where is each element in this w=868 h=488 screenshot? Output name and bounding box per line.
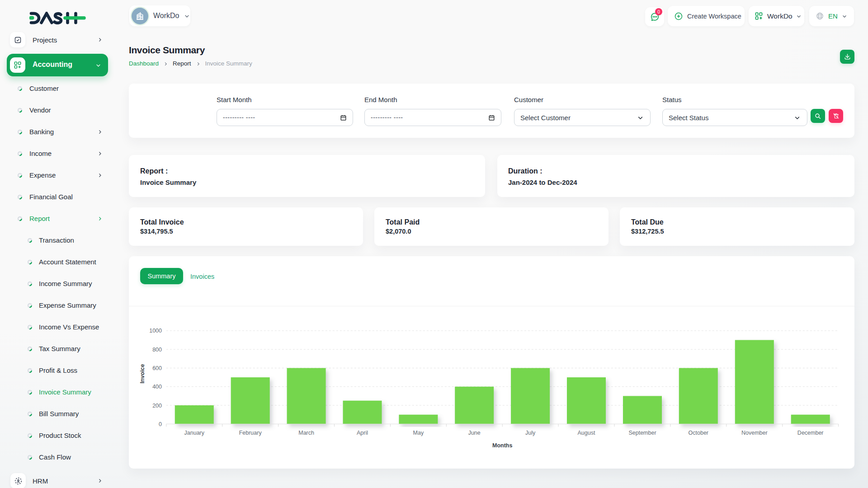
svg-text:August: August — [578, 430, 595, 436]
svg-text:October: October — [689, 430, 708, 436]
svg-text:July: July — [525, 430, 536, 436]
svg-text:April: April — [357, 430, 368, 436]
svg-text:June: June — [468, 430, 481, 436]
svg-text:March: March — [298, 430, 314, 436]
svg-text:December: December — [797, 430, 824, 436]
svg-text:1000: 1000 — [149, 328, 162, 334]
svg-text:Months: Months — [492, 442, 512, 449]
svg-text:0: 0 — [159, 421, 162, 427]
svg-text:Invoice: Invoice — [139, 364, 146, 383]
svg-text:February: February — [239, 430, 262, 436]
svg-text:800: 800 — [152, 347, 162, 353]
svg-text:May: May — [413, 430, 424, 436]
svg-text:November: November — [741, 430, 768, 436]
svg-text:September: September — [628, 430, 656, 436]
svg-text:200: 200 — [152, 403, 162, 409]
svg-text:400: 400 — [152, 384, 162, 390]
svg-text:January: January — [184, 430, 205, 436]
svg-text:600: 600 — [152, 365, 162, 371]
